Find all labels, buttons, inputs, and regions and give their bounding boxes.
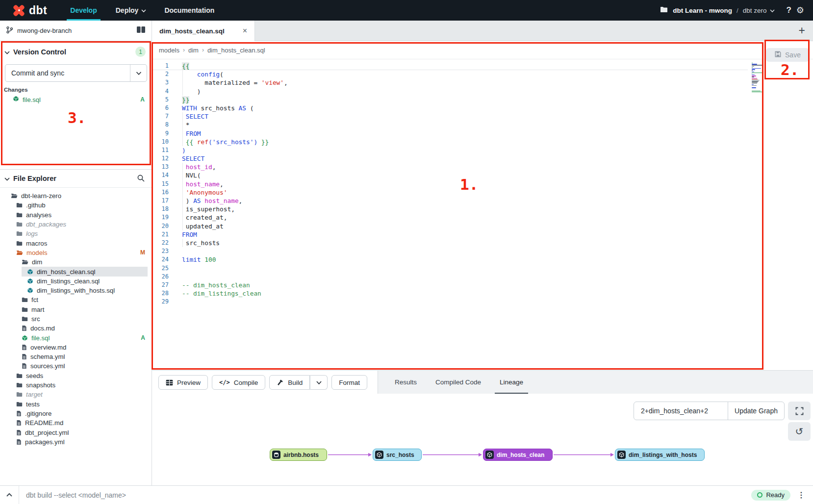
save-button[interactable]: Save: [766, 48, 809, 62]
tree-item-fct[interactable]: fct: [0, 295, 152, 304]
kebab-menu-icon[interactable]: ⋮: [797, 490, 805, 500]
tree-item-logs[interactable]: logs: [0, 229, 152, 238]
code-line-23[interactable]: 23: [152, 247, 748, 255]
tree-item-schema.yml[interactable]: schema.yml: [0, 352, 152, 361]
change-item-file.sql[interactable]: file.sqlA: [0, 95, 152, 104]
commit-and-sync-select[interactable]: Commit and sync: [5, 64, 147, 82]
nav-item-develop[interactable]: Develop: [61, 0, 106, 21]
tab-compiled-code[interactable]: Compiled Code: [432, 371, 484, 394]
build-options-chevron[interactable]: [310, 375, 328, 390]
code-line-19[interactable]: 19 created_at,: [152, 213, 748, 222]
tree-item-macros[interactable]: macros: [0, 238, 152, 248]
preview-button[interactable]: Preview: [158, 375, 208, 390]
tree-item-target[interactable]: target: [0, 390, 152, 399]
tree-item-models[interactable]: modelsM: [0, 248, 152, 257]
compile-button[interactable]: </> Compile: [212, 375, 265, 390]
code-line-14[interactable]: 14 NVL(: [152, 171, 748, 179]
search-icon[interactable]: [137, 174, 145, 184]
code-line-10[interactable]: 10 {{ ref('src_hosts') }}: [152, 138, 748, 146]
tree-item-analyses[interactable]: analyses: [0, 210, 152, 220]
tree-item-dim_listings_with_hosts.sql[interactable]: dim_listings_with_hosts.sql: [0, 286, 152, 295]
dbt-logo[interactable]: dbt: [13, 4, 47, 17]
tree-item-dim_hosts_clean.sql[interactable]: dim_hosts_clean.sql: [0, 267, 152, 276]
tree-item-packages.yml[interactable]: packages.yml: [0, 437, 152, 447]
tree-item-sources.yml[interactable]: sources.yml: [0, 361, 152, 371]
code-line-1[interactable]: 1{{: [152, 62, 748, 70]
new-tab-button[interactable]: +: [799, 24, 805, 37]
tab-results[interactable]: Results: [392, 371, 420, 394]
tree-item-seeds[interactable]: seeds: [0, 371, 152, 380]
tree-item-docs.md[interactable]: docs.md: [0, 324, 152, 333]
code-line-21[interactable]: 21FROM: [152, 230, 748, 239]
format-button[interactable]: Format: [331, 375, 367, 390]
tree-item-src[interactable]: src: [0, 314, 152, 324]
chevron-down-icon[interactable]: [130, 65, 147, 81]
code-line-25[interactable]: 25: [152, 264, 748, 273]
nav-item-deploy[interactable]: Deploy: [106, 0, 155, 21]
code-line-2[interactable]: 2 config(: [152, 70, 748, 78]
code-line-27[interactable]: 27-- dim_hosts_clean: [152, 281, 748, 289]
breadcrumb-dim[interactable]: dim: [188, 47, 199, 54]
nav-item-documentation[interactable]: Documentation: [155, 0, 224, 21]
version-control-header[interactable]: Version Control 1: [0, 44, 152, 60]
breadcrumb-file[interactable]: dim_hosts_clean.sql: [207, 47, 265, 54]
command-input[interactable]: dbt build --select <model_name>: [26, 491, 126, 499]
breadcrumb-models[interactable]: models: [159, 47, 179, 54]
code-line-11[interactable]: 11): [152, 146, 748, 154]
lineage-node-src_hosts[interactable]: src_hosts: [373, 449, 422, 461]
code-line-6[interactable]: 6WITH src_hosts AS (: [152, 104, 748, 112]
chevron-up-icon[interactable]: [6, 493, 13, 497]
tree-item-README.md[interactable]: README.md: [0, 418, 152, 428]
code-line-24[interactable]: 24limit 100: [152, 255, 748, 264]
tree-item-overview.md[interactable]: overview.md: [0, 343, 152, 352]
code-line-15[interactable]: 15 host_name,: [152, 180, 748, 188]
close-icon[interactable]: ×: [243, 26, 247, 35]
tree-item-mart[interactable]: mart: [0, 305, 152, 314]
lineage-node-airbnb.hosts[interactable]: airbnb.hosts: [270, 449, 327, 461]
sidebar: Version Control 1 Commit and sync Change…: [0, 41, 152, 485]
docs-book-icon[interactable]: [136, 26, 146, 35]
code-line-3[interactable]: 3 materialized = 'view',: [152, 78, 748, 87]
code-line-22[interactable]: 22 src_hosts: [152, 239, 748, 247]
divider: [19, 486, 19, 504]
tree-item-dbt_project.yml[interactable]: dbt_project.yml: [0, 428, 152, 437]
code-line-7[interactable]: 7 SELECT: [152, 112, 748, 121]
tab-lineage[interactable]: Lineage: [497, 371, 526, 394]
lineage-node-dim_listings_with_hosts[interactable]: dim_listings_with_hosts: [615, 449, 705, 461]
tree-item-dim_listings_clean.sql[interactable]: dim_listings_clean.sql: [0, 277, 152, 286]
project-selector[interactable]: dbt Learn - mwong / dbt zero: [673, 7, 774, 14]
code-line-20[interactable]: 20 updated_at: [152, 222, 748, 230]
editor-minimap[interactable]: [752, 63, 764, 94]
code-line-28[interactable]: 28-- dim_listings_clean: [152, 289, 748, 298]
file-icon: [22, 363, 27, 369]
lineage-node-dim_hosts_clean[interactable]: dim_hosts_clean: [483, 449, 553, 461]
code-line-4[interactable]: 4 ): [152, 87, 748, 96]
tree-item-dbt-learn-zero[interactable]: dbt-learn-zero: [0, 191, 152, 201]
gear-icon[interactable]: ⚙: [796, 5, 804, 16]
code-line-17[interactable]: 17 ) AS host_name,: [152, 197, 748, 205]
code-line-18[interactable]: 18 is_superhost,: [152, 205, 748, 213]
section-title: Version Control: [13, 48, 66, 56]
code-line-9[interactable]: 9 FROM: [152, 129, 748, 138]
tree-item-file.sql[interactable]: file.sqlA: [0, 333, 152, 342]
tree-item-.gitignore[interactable]: .gitignore: [0, 409, 152, 418]
file-explorer-header[interactable]: File Explorer: [0, 170, 152, 188]
tree-item-tests[interactable]: tests: [0, 400, 152, 409]
code-line-26[interactable]: 26: [152, 273, 748, 281]
tab-dim-hosts-clean[interactable]: dim_hosts_clean.sql ×: [152, 21, 255, 41]
build-button[interactable]: Build: [269, 375, 310, 390]
code-line-13[interactable]: 13 host_id,: [152, 163, 748, 171]
code-line-16[interactable]: 16 'Anonymous': [152, 188, 748, 197]
line-number: 16: [152, 188, 169, 197]
code-lines[interactable]: 1{{2 config(3 materialized = 'view',4 )5…: [152, 62, 748, 306]
code-line-8[interactable]: 8 *: [152, 121, 748, 129]
branch-name[interactable]: mwong-dev-branch: [17, 27, 72, 34]
tree-item-.github[interactable]: .github: [0, 201, 152, 210]
code-line-29[interactable]: 29: [152, 298, 748, 306]
tree-item-snapshots[interactable]: snapshots: [0, 380, 152, 390]
tree-item-dbt_packages[interactable]: dbt_packages: [0, 220, 152, 229]
tree-item-dim[interactable]: dim: [0, 257, 152, 267]
help-icon[interactable]: ?: [786, 5, 791, 15]
code-line-5[interactable]: 5}}: [152, 96, 748, 104]
code-line-12[interactable]: 12SELECT: [152, 154, 748, 163]
